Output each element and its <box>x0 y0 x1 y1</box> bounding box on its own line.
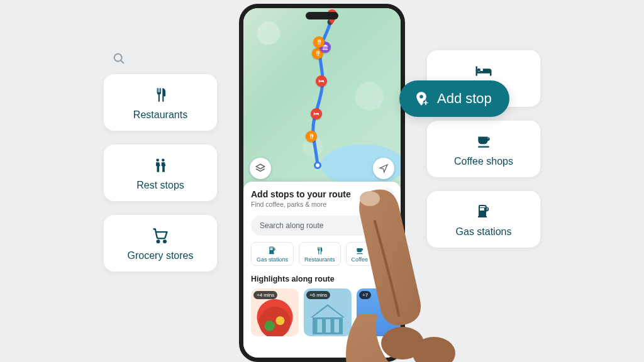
phone-frame: Add stops to your route Find coffee, par… <box>239 4 405 362</box>
eta-badge: +7 <box>359 291 371 299</box>
layers-button[interactable] <box>250 158 271 179</box>
chip-gas-stations[interactable]: Gas stations <box>251 242 294 266</box>
recenter-button[interactable] <box>373 158 394 179</box>
sheet-subtitle: Find coffee, parks & more <box>251 200 393 208</box>
chip-label: Gas stations <box>257 256 288 263</box>
category-label: Coffee shops <box>454 156 513 167</box>
left-category-column: Restaurants Rest stops Grocery stores <box>104 74 217 272</box>
category-chip-row: Gas stations Restaurants Coffee <box>251 242 393 266</box>
svg-point-3 <box>162 158 165 162</box>
svg-line-1 <box>121 60 123 63</box>
chip-label: Coffee <box>352 256 368 263</box>
chip-restaurants[interactable]: Restaurants <box>299 242 341 266</box>
route-poi-restaurant[interactable] <box>306 131 317 142</box>
search-icon[interactable] <box>112 52 126 65</box>
category-card-restaurants[interactable]: Restaurants <box>104 74 217 131</box>
category-label: Rest stops <box>136 180 184 191</box>
restaurant-icon <box>151 85 170 104</box>
svg-point-7 <box>316 163 319 167</box>
chip-coffee[interactable]: Coffee <box>346 242 374 266</box>
category-card-grocery[interactable]: Grocery stores <box>104 215 217 272</box>
category-card-rest-stops[interactable]: Rest stops <box>104 145 217 201</box>
search-along-route-input[interactable]: Search along route <box>251 216 393 236</box>
add-stop-label: Add stop <box>437 90 492 107</box>
category-label: Gas stations <box>456 226 512 238</box>
people-icon <box>151 156 170 175</box>
coffee-icon <box>474 132 493 151</box>
gas-pump-icon <box>268 246 277 255</box>
eta-badge: +6 mins <box>306 291 330 299</box>
highlight-card[interactable]: +4 mins <box>251 288 299 336</box>
restaurant-icon <box>315 246 324 255</box>
category-label: Restaurants <box>133 109 187 121</box>
category-label: Grocery stores <box>128 250 194 261</box>
shopping-cart-icon <box>151 226 170 245</box>
add-stop-button[interactable]: Add stop <box>399 80 509 117</box>
route-poi-restaurant[interactable] <box>313 36 325 48</box>
sheet-title: Add stops to your route <box>251 189 393 199</box>
svg-point-12 <box>275 316 284 325</box>
chip-label: Restaurants <box>304 256 335 263</box>
bed-icon <box>474 62 493 80</box>
svg-point-4 <box>157 240 160 243</box>
svg-point-10 <box>259 307 291 336</box>
category-card-gas[interactable]: Gas stations <box>427 191 540 248</box>
svg-point-5 <box>164 240 166 243</box>
svg-point-11 <box>264 321 275 331</box>
highlight-card[interactable]: +6 mins <box>304 288 352 336</box>
route-poi-hotel[interactable] <box>316 75 327 87</box>
phone-notch <box>306 12 338 19</box>
bottom-sheet: Add stops to your route Find coffee, par… <box>243 182 401 358</box>
close-button[interactable] <box>380 188 394 202</box>
eta-badge: +4 mins <box>253 291 277 299</box>
add-location-icon <box>413 90 430 107</box>
highlight-card[interactable]: +7 <box>357 288 404 336</box>
highlights-title: Highlights along route <box>251 275 393 283</box>
svg-point-2 <box>156 158 159 162</box>
svg-point-15 <box>413 337 455 362</box>
gas-pump-icon <box>474 202 493 221</box>
highlights-row: +4 mins +6 mins +7 <box>251 288 393 336</box>
route-poi-hotel[interactable] <box>311 108 322 119</box>
coffee-icon <box>355 246 364 255</box>
map-view[interactable] <box>243 8 401 190</box>
category-card-coffee[interactable]: Coffee shops <box>427 121 540 177</box>
